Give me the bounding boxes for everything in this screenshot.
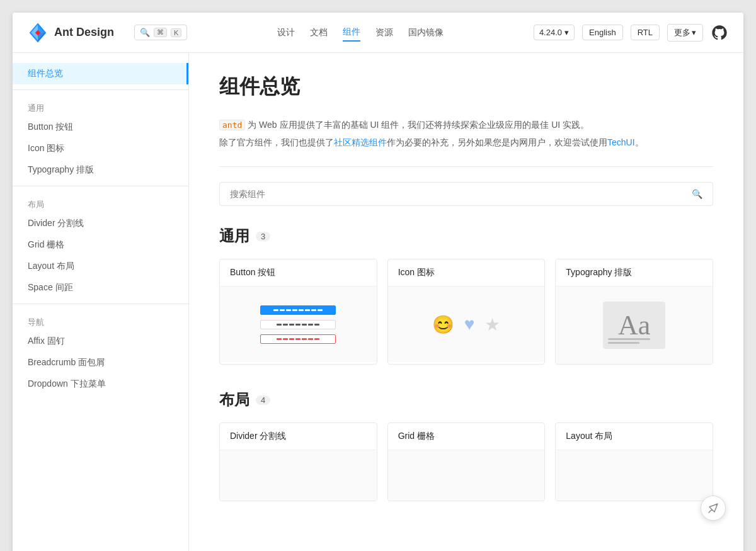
- sidebar-item-divider[interactable]: Divider 分割线: [13, 213, 188, 234]
- intro-divider: [219, 166, 713, 167]
- button-preview-wrap: [260, 305, 336, 344]
- techui-link[interactable]: TechUI: [607, 137, 635, 147]
- version-select[interactable]: 4.24.0 ▾: [534, 25, 575, 40]
- card-button-preview: [220, 287, 377, 362]
- card-typography-preview: Aa: [556, 287, 713, 364]
- typography-preview-box: Aa: [603, 302, 665, 349]
- card-grid-header: Grid 栅格: [388, 423, 545, 450]
- card-icon-header: Icon 图标: [388, 259, 545, 287]
- nav-resources[interactable]: 资源: [375, 25, 393, 41]
- chevron-down-icon: ▾: [564, 28, 569, 37]
- smile-icon: 😊: [432, 314, 454, 335]
- icon-preview-wrap: 😊 ♥ ★: [432, 314, 501, 335]
- card-layout[interactable]: Layout 布局: [555, 423, 713, 501]
- sidebar-item-typography[interactable]: Typography 排版: [13, 159, 188, 181]
- nav-mirror[interactable]: 国内镜像: [408, 25, 444, 41]
- chevron-down-icon: ▾: [692, 28, 696, 37]
- preview-default-btn: [260, 320, 336, 329]
- sidebar-item-affix[interactable]: Affix 固钉: [13, 331, 188, 352]
- card-divider-header: Divider 分割线: [220, 423, 377, 450]
- card-button-header: Button 按钮: [220, 259, 377, 287]
- more-button[interactable]: 更多 ▾: [667, 24, 703, 42]
- magic-icon: [707, 502, 719, 514]
- header-search[interactable]: 🔍 ⌘ K: [134, 25, 187, 40]
- layout-cards-grid: Divider 分割线 Grid 栅格 Layout 布局: [219, 423, 713, 501]
- nav-design[interactable]: 设计: [277, 25, 295, 41]
- sidebar-item-overview[interactable]: 组件总览: [13, 63, 188, 84]
- search-input[interactable]: [230, 189, 692, 199]
- search-icon: 🔍: [692, 189, 702, 199]
- card-divider-preview: [220, 450, 377, 501]
- card-icon-preview: 😊 ♥ ★: [388, 287, 545, 362]
- header: Ant Design 🔍 ⌘ K 设计 文档 组件 资源 国内镜像 4.24.0…: [13, 13, 743, 53]
- github-icon[interactable]: [711, 24, 728, 42]
- nav-docs[interactable]: 文档: [310, 25, 328, 41]
- preview-danger-btn: [260, 334, 336, 344]
- kbd-cmd: ⌘: [154, 28, 167, 37]
- sidebar: 组件总览 通用 Button 按钮 Icon 图标 Typography 排版 …: [13, 53, 189, 551]
- card-layout-preview: [556, 450, 713, 501]
- main-content: 组件总览 antd 为 Web 应用提供了丰富的基础 UI 组件，我们还将持续探…: [189, 53, 743, 551]
- sidebar-item-space[interactable]: Space 间距: [13, 277, 188, 298]
- typography-aa: Aa: [618, 310, 650, 341]
- sidebar-cat-nav: 导航: [13, 309, 188, 331]
- logo[interactable]: Ant Design: [28, 23, 114, 43]
- star-icon: ★: [484, 314, 500, 335]
- header-right: 4.24.0 ▾ English RTL 更多 ▾: [534, 24, 728, 42]
- general-count: 3: [256, 232, 270, 241]
- logo-text: Ant Design: [54, 26, 114, 39]
- fab-button[interactable]: [701, 496, 726, 521]
- sidebar-divider-2: [13, 186, 188, 186]
- card-typography-header: Typography 排版: [556, 259, 713, 287]
- sidebar-item-button[interactable]: Button 按钮: [13, 116, 188, 138]
- svg-point-1: [716, 504, 717, 506]
- page-title: 组件总览: [219, 73, 713, 101]
- logo-icon: [28, 23, 48, 43]
- component-search[interactable]: 🔍: [219, 182, 713, 206]
- preview-primary-btn: [260, 305, 336, 315]
- rtl-button[interactable]: RTL: [631, 25, 660, 40]
- intro-text: antd 为 Web 应用提供了丰富的基础 UI 组件，我们还将持续探索企业级应…: [219, 116, 713, 151]
- sidebar-cat-general: 通用: [13, 95, 188, 116]
- search-icon: 🔍: [140, 28, 150, 37]
- card-grid[interactable]: Grid 栅格: [387, 423, 546, 501]
- header-nav: 设计 文档 组件 资源 国内镜像: [197, 24, 524, 42]
- sidebar-item-breadcrumb[interactable]: Breadcrumb 面包屑: [13, 352, 188, 373]
- card-typography[interactable]: Typography 排版 Aa: [555, 259, 713, 365]
- kbd-k: K: [171, 28, 181, 37]
- card-divider[interactable]: Divider 分割线: [219, 423, 377, 501]
- general-cards-grid: Button 按钮: [219, 259, 713, 365]
- card-layout-header: Layout 布局: [556, 423, 713, 450]
- section-layout-title: 布局 4: [219, 390, 713, 410]
- code-tag: antd: [219, 120, 245, 130]
- card-button[interactable]: Button 按钮: [219, 259, 377, 365]
- sidebar-divider-3: [13, 304, 188, 304]
- sidebar-item-dropdown[interactable]: Dropdown 下拉菜单: [13, 373, 188, 395]
- community-link[interactable]: 社区精选组件: [334, 137, 387, 147]
- main-layout: 组件总览 通用 Button 按钮 Icon 图标 Typography 排版 …: [13, 53, 743, 551]
- sidebar-item-grid[interactable]: Grid 栅格: [13, 234, 188, 256]
- heart-icon: ♥: [464, 314, 475, 334]
- section-general-title: 通用 3: [219, 226, 713, 246]
- sidebar-cat-layout: 布局: [13, 191, 188, 213]
- nav-components[interactable]: 组件: [343, 24, 360, 42]
- sidebar-item-icon[interactable]: Icon 图标: [13, 138, 188, 159]
- sidebar-item-layout[interactable]: Layout 布局: [13, 256, 188, 277]
- card-grid-preview: [388, 450, 545, 501]
- language-button[interactable]: English: [582, 25, 623, 40]
- sidebar-divider-1: [13, 89, 188, 90]
- layout-count: 4: [256, 395, 270, 405]
- card-icon[interactable]: Icon 图标 😊 ♥ ★: [387, 259, 546, 365]
